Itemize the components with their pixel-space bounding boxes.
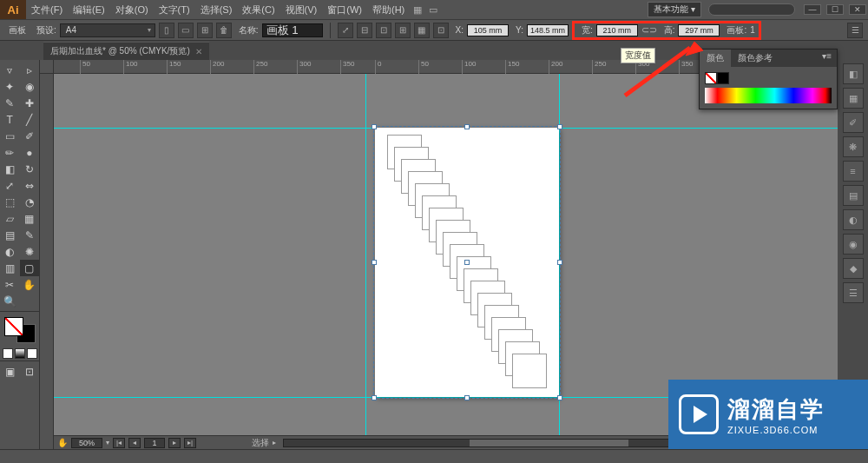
- align-icon-1[interactable]: ⊟: [357, 23, 372, 38]
- change-screen-icon[interactable]: ⊡: [20, 363, 40, 380]
- menu-type[interactable]: 文字(T): [154, 3, 195, 17]
- pencil-tool[interactable]: ✏: [0, 144, 20, 161]
- x-input[interactable]: [467, 24, 509, 36]
- blob-brush-tool[interactable]: ●: [20, 144, 40, 161]
- new-artboard-button[interactable]: ⊞: [197, 23, 213, 38]
- document-tab[interactable]: 后期加出血线* @ 50% (CMYK/预览) ✕: [43, 42, 209, 60]
- line-tool[interactable]: ╱: [20, 111, 40, 128]
- layers-panel-icon[interactable]: ☰: [843, 282, 864, 303]
- artboard-tool[interactable]: ▢: [20, 260, 40, 276]
- align-icon-2[interactable]: ⊡: [376, 23, 391, 38]
- mesh-tool[interactable]: ▦: [20, 210, 40, 227]
- artboard-name-input[interactable]: [262, 23, 323, 37]
- rotate-tool[interactable]: ↻: [20, 161, 40, 177]
- artboard-selection[interactable]: [373, 126, 561, 399]
- slice-tool[interactable]: ✂: [0, 276, 20, 293]
- eraser-tool[interactable]: ◧: [0, 161, 20, 177]
- magic-wand-tool[interactable]: ✦: [0, 78, 20, 95]
- bridge-icon[interactable]: ▦: [410, 4, 425, 16]
- panel-menu-icon[interactable]: ☰: [847, 23, 863, 38]
- window-minimize[interactable]: —: [804, 4, 821, 15]
- color-guide-tab[interactable]: 颜色参考: [731, 50, 779, 67]
- move-with-artboard-icon[interactable]: ⤢: [338, 23, 353, 38]
- watermark-url: ZIXUE.3D66.COM: [727, 425, 825, 435]
- shape-builder-tool[interactable]: ◔: [20, 194, 40, 210]
- landscape-button[interactable]: ▭: [178, 23, 194, 38]
- add-anchor-tool[interactable]: ✚: [20, 95, 40, 111]
- search-input[interactable]: [708, 3, 795, 16]
- hand-tool[interactable]: ✋: [20, 276, 40, 293]
- rectangle-tool[interactable]: ▭: [0, 128, 20, 144]
- tab-close-icon[interactable]: ✕: [195, 47, 202, 56]
- window-close[interactable]: ✕: [849, 4, 866, 15]
- free-transform-tool[interactable]: ⬚: [0, 194, 20, 210]
- menu-window[interactable]: 窗口(W): [322, 3, 367, 17]
- menu-view[interactable]: 视图(V): [280, 3, 323, 17]
- lasso-tool[interactable]: ◉: [20, 78, 40, 95]
- vertical-ruler[interactable]: [40, 74, 54, 449]
- zoom-input[interactable]: [71, 438, 102, 448]
- type-tool[interactable]: T: [0, 111, 20, 128]
- gradient-panel-icon[interactable]: ▤: [843, 185, 864, 206]
- color-spectrum[interactable]: [705, 88, 832, 103]
- portrait-button[interactable]: ▯: [159, 23, 174, 38]
- color-panel[interactable]: 颜色 颜色参考 ▾≡: [699, 49, 838, 109]
- name-label: 名称:: [239, 24, 259, 36]
- delete-artboard-button[interactable]: 🗑: [216, 23, 232, 38]
- none-mode-icon[interactable]: [27, 348, 37, 359]
- scale-tool[interactable]: ⤢: [0, 177, 20, 194]
- panel-menu-icon[interactable]: ▾≡: [817, 50, 837, 67]
- next-artboard-button[interactable]: ▸: [168, 438, 181, 448]
- zoom-tool[interactable]: 🔍: [0, 293, 20, 309]
- last-artboard-button[interactable]: ▸|: [184, 438, 196, 448]
- symbols-panel-icon[interactable]: ❋: [843, 136, 864, 157]
- menu-select[interactable]: 选择(S): [195, 3, 238, 17]
- watermark: 溜溜自学 ZIXUE.3D66.COM: [668, 380, 868, 449]
- screen-mode-icon[interactable]: ▣: [0, 363, 20, 380]
- preset-dropdown[interactable]: A4: [60, 23, 155, 37]
- paintbrush-tool[interactable]: ✐: [20, 128, 40, 144]
- pen-tool[interactable]: ✎: [0, 95, 20, 111]
- y-input[interactable]: [527, 24, 569, 36]
- gradient-tool[interactable]: ▤: [0, 227, 20, 243]
- menu-object[interactable]: 对象(O): [110, 3, 154, 17]
- menu-edit[interactable]: 编辑(E): [68, 3, 110, 17]
- selection-tool[interactable]: ▿: [0, 62, 20, 78]
- app-logo: Ai: [0, 0, 26, 19]
- align-icon-3[interactable]: ⊞: [395, 23, 411, 38]
- eyedropper-tool[interactable]: ✎: [20, 227, 40, 243]
- menu-effect[interactable]: 效果(C): [237, 3, 279, 17]
- gradient-mode-icon[interactable]: [15, 348, 25, 359]
- menu-file[interactable]: 文件(F): [26, 3, 68, 17]
- graphic-styles-panel-icon[interactable]: ◆: [843, 258, 864, 279]
- swatches-panel-icon[interactable]: ▦: [843, 88, 864, 109]
- guide-vertical[interactable]: [365, 74, 366, 435]
- perspective-tool[interactable]: ▱: [0, 210, 20, 227]
- symbol-sprayer-tool[interactable]: ✺: [20, 243, 40, 260]
- first-artboard-button[interactable]: |◂: [113, 438, 125, 448]
- align-icon-4[interactable]: ▦: [414, 23, 430, 38]
- window-maximize[interactable]: ☐: [826, 4, 844, 15]
- graph-tool[interactable]: ▥: [0, 260, 20, 276]
- workspace-switcher[interactable]: 基本功能 ▾: [648, 2, 701, 17]
- brushes-panel-icon[interactable]: ✐: [843, 112, 864, 133]
- blend-tool[interactable]: ◐: [0, 243, 20, 260]
- artboard-nav-input[interactable]: [144, 438, 165, 448]
- menu-help[interactable]: 帮助(H): [367, 3, 410, 17]
- direct-selection-tool[interactable]: ▹: [20, 62, 40, 78]
- arrange-icon[interactable]: ▭: [425, 4, 441, 16]
- fill-stroke-swatch[interactable]: [4, 317, 36, 343]
- transparency-panel-icon[interactable]: ◐: [843, 209, 864, 230]
- reference-point-icon[interactable]: ⊡: [433, 23, 449, 38]
- width-tool[interactable]: ⇔: [20, 177, 40, 194]
- stroke-panel-icon[interactable]: ≡: [843, 161, 864, 182]
- hand-icon[interactable]: ✋: [57, 438, 68, 447]
- stroke-swatch[interactable]: [717, 72, 729, 84]
- width-label: 宽:: [582, 24, 593, 36]
- ruler-origin[interactable]: [40, 60, 54, 74]
- appearance-panel-icon[interactable]: ◉: [843, 234, 864, 255]
- menubar: Ai 文件(F) 编辑(E) 对象(O) 文字(T) 选择(S) 效果(C) 视…: [0, 0, 868, 19]
- color-mode-icon[interactable]: [3, 348, 13, 359]
- prev-artboard-button[interactable]: ◂: [128, 438, 141, 448]
- color-panel-icon[interactable]: ◧: [843, 63, 864, 84]
